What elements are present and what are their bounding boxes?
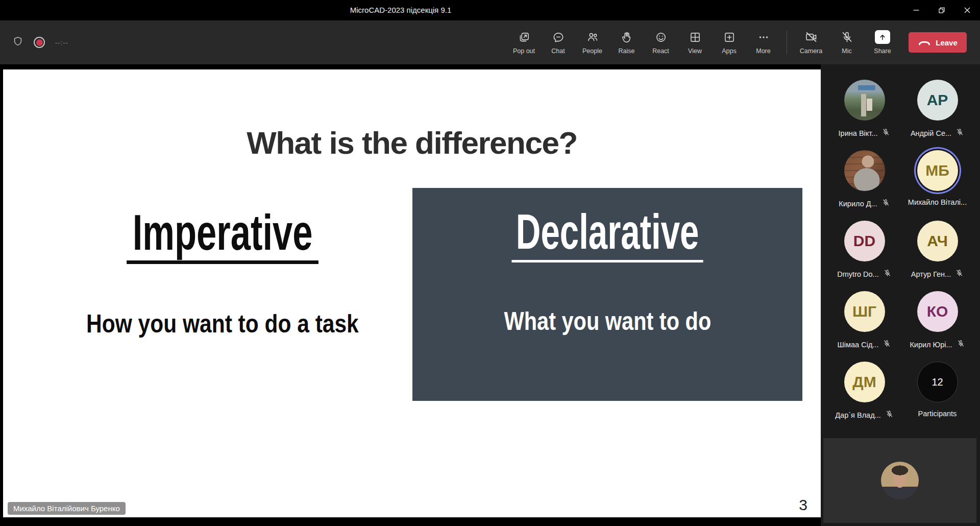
- close-button[interactable]: [954, 0, 980, 20]
- meeting-timer: --:--: [55, 39, 68, 46]
- participant-tile[interactable]: КО Кирил Юрі...: [901, 291, 974, 362]
- window-titlebar: MicroCAD-2023 підсекція 9.1: [0, 0, 980, 20]
- camera-off-icon: [804, 30, 818, 44]
- people-icon: [586, 31, 599, 44]
- mic-button[interactable]: Mic: [829, 20, 865, 64]
- slide-title: What is the difference?: [3, 125, 821, 161]
- participant-name: Михайло Віталі...: [908, 198, 967, 206]
- leave-button[interactable]: Leave: [909, 32, 967, 53]
- participant-tile[interactable]: АР Андрій Се...: [901, 80, 974, 150]
- view-button[interactable]: View: [678, 20, 712, 64]
- mic-muted-icon: [883, 269, 892, 279]
- more-dots-icon: [757, 31, 770, 44]
- participants-overflow-tile[interactable]: 12 Participants: [901, 362, 974, 432]
- participants-overflow-label: Participants: [918, 410, 957, 418]
- participants-panel: Ірина Вікт... АР Андрій Се... Кирило Д..…: [821, 64, 980, 526]
- avatar: [844, 150, 885, 191]
- window-controls: [903, 0, 980, 20]
- avatar: [844, 80, 885, 121]
- mic-muted-icon: [955, 269, 964, 279]
- participants-count-badge: 12: [917, 362, 958, 402]
- imperative-description: How you want to do a task: [86, 309, 359, 339]
- participant-tile[interactable]: Ірина Вікт...: [828, 80, 901, 150]
- participant-name: Кирил Юрі...: [910, 341, 952, 349]
- security-shield-icon[interactable]: [12, 35, 23, 50]
- camera-button[interactable]: Camera: [793, 20, 829, 64]
- raise-hand-icon: [620, 31, 633, 44]
- participant-tile[interactable]: DD Dmytro Do...: [828, 221, 901, 291]
- participant-name: Артур Ген...: [911, 270, 951, 278]
- presentation-slide: What is the difference? Imperative How y…: [3, 69, 821, 517]
- participant-name: Dmytro Do...: [837, 270, 878, 278]
- react-button[interactable]: React: [644, 20, 678, 64]
- apps-button[interactable]: Apps: [712, 20, 746, 64]
- react-smiley-icon: [654, 31, 668, 44]
- mic-muted-icon: [881, 128, 890, 138]
- minimize-icon: [912, 6, 920, 14]
- mic-muted-icon: [957, 339, 965, 350]
- view-grid-icon: [689, 31, 702, 44]
- chat-button[interactable]: Chat: [541, 20, 575, 64]
- avatar: МБ: [917, 150, 958, 191]
- imperative-heading: Imperative: [127, 206, 318, 264]
- raise-hand-button[interactable]: Raise: [609, 20, 644, 64]
- restore-icon: [938, 6, 946, 14]
- popout-icon: [518, 31, 531, 44]
- share-icon: [875, 30, 890, 44]
- mic-muted-icon: [881, 198, 890, 209]
- meeting-title: MicroCAD-2023 підсекція 9.1: [0, 0, 801, 20]
- toolbar-divider: [787, 31, 787, 54]
- declarative-heading: Declarative: [511, 206, 703, 262]
- mic-off-icon: [840, 30, 854, 44]
- leave-button-label: Leave: [936, 38, 958, 47]
- close-icon: [963, 6, 971, 14]
- minimize-button[interactable]: [903, 0, 929, 20]
- teams-meeting-window: MicroCAD-2023 підсекція 9.1 --:-- P: [0, 0, 980, 526]
- mic-muted-icon: [885, 410, 894, 420]
- participant-name: Кирило Д...: [839, 200, 877, 208]
- slide-right-panel: Declarative What you want to do: [412, 188, 802, 401]
- share-button[interactable]: Share: [865, 20, 900, 64]
- avatar: DD: [844, 221, 885, 261]
- presenter-name-tooltip: Михайло Віталійович Буренко: [8, 502, 126, 515]
- avatar: ДМ: [844, 362, 885, 402]
- avatar: ШГ: [844, 291, 885, 332]
- participants-grid: Ірина Вікт... АР Андрій Се... Кирило Д..…: [828, 80, 974, 432]
- people-button[interactable]: People: [575, 20, 609, 64]
- self-view-avatar: [881, 462, 919, 499]
- participant-tile-speaking[interactable]: МБ Михайло Віталі...: [901, 150, 974, 221]
- more-button[interactable]: More: [746, 20, 780, 64]
- avatar: КО: [917, 291, 958, 332]
- participant-tile[interactable]: Кирило Д...: [828, 150, 901, 221]
- chat-icon: [552, 31, 565, 44]
- declarative-description: What you want to do: [504, 306, 711, 336]
- restore-button[interactable]: [929, 0, 954, 20]
- self-view-tile[interactable]: [823, 438, 976, 523]
- avatar: АР: [917, 80, 958, 121]
- participant-name: Андрій Се...: [911, 129, 951, 137]
- slide-page-number: 3: [799, 496, 807, 514]
- participant-name: Дар`я Влад...: [835, 411, 880, 419]
- popout-button[interactable]: Pop out: [507, 20, 541, 64]
- mic-muted-icon: [883, 339, 891, 350]
- participant-name: Шімаа Сід...: [838, 341, 879, 349]
- hangup-phone-icon: [918, 39, 931, 46]
- participant-tile[interactable]: ДМ Дар`я Влад...: [828, 362, 901, 432]
- avatar: АЧ: [917, 221, 958, 261]
- recording-indicator-icon: [34, 37, 45, 48]
- participant-name: Ірина Вікт...: [839, 129, 878, 137]
- slide-left-panel: Imperative How you want to do a task: [34, 206, 411, 339]
- meeting-toolbar: --:-- Pop out Chat People Raise React: [0, 20, 980, 64]
- apps-plus-icon: [723, 31, 736, 44]
- participant-tile[interactable]: ШГ Шімаа Сід...: [828, 291, 901, 362]
- participant-tile[interactable]: АЧ Артур Ген...: [901, 221, 974, 291]
- mic-muted-icon: [955, 128, 964, 138]
